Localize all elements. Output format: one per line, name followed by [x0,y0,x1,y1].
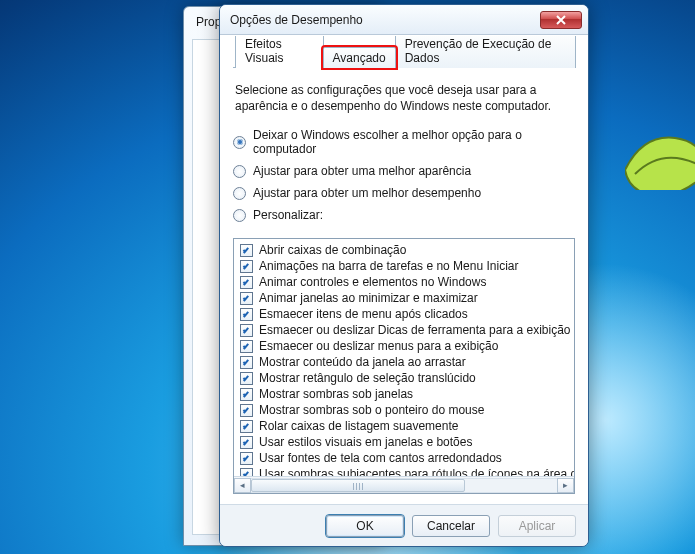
radio-icon [233,187,246,200]
checkbox-icon[interactable] [240,452,253,465]
list-item-label: Esmaecer itens de menu após clicados [259,307,468,321]
scroll-thumb[interactable] [251,479,465,492]
scroll-track[interactable] [251,478,557,493]
radio-icon [233,136,246,149]
tab-strip: Efeitos Visuais Avançado Prevenção de Ex… [233,45,575,68]
checkbox-icon[interactable] [240,372,253,385]
list-item-label: Mostrar conteúdo da janela ao arrastar [259,355,466,369]
button-label: OK [356,519,373,533]
tab-dep[interactable]: Prevenção de Execução de Dados [395,35,576,68]
button-label: Cancelar [427,519,475,533]
radio-label: Ajustar para obter um melhor desempenho [253,186,481,200]
tab-label: Avançado [333,51,386,65]
list-item-label: Animar controles e elementos no Windows [259,275,486,289]
list-item[interactable]: Esmaecer ou deslizar Dicas de ferramenta… [238,322,574,338]
effects-list-container: Abrir caixas de combinaçãoAnimações na b… [233,238,575,494]
list-item[interactable]: Mostrar sombras sob o ponteiro do mouse [238,402,574,418]
close-button[interactable] [540,11,582,29]
list-item[interactable]: Animar controles e elementos no Windows [238,274,574,290]
list-item-label: Mostrar retângulo de seleção translúcido [259,371,476,385]
list-item[interactable]: Usar sombras subjacentes para rótulos de… [238,466,574,476]
list-item-label: Rolar caixas de listagem suavemente [259,419,458,433]
list-item[interactable]: Animar janelas ao minimizar e maximizar [238,290,574,306]
description-text: Selecione as configurações que você dese… [235,82,573,114]
ok-button[interactable]: OK [326,515,404,537]
tab-advanced[interactable]: Avançado [323,47,396,68]
checkbox-icon[interactable] [240,468,253,476]
radio-best-performance[interactable]: Ajustar para obter um melhor desempenho [233,186,575,200]
apply-button: Aplicar [498,515,576,537]
checkbox-icon[interactable] [240,436,253,449]
list-item-label: Animações na barra de tarefas e no Menu … [259,259,518,273]
list-item-label: Esmaecer ou deslizar menus para a exibiç… [259,339,498,353]
list-item[interactable]: Usar fontes de tela com cantos arredonda… [238,450,574,466]
list-item[interactable]: Rolar caixas de listagem suavemente [238,418,574,434]
list-item[interactable]: Animações na barra de tarefas e no Menu … [238,258,574,274]
checkbox-icon[interactable] [240,340,253,353]
radio-label: Ajustar para obter uma melhor aparência [253,164,471,178]
close-icon [556,15,566,25]
radio-custom[interactable]: Personalizar: [233,208,575,222]
dialog-title: Opções de Desempenho [230,13,540,27]
list-item[interactable]: Abrir caixas de combinação [238,242,574,258]
list-item-label: Animar janelas ao minimizar e maximizar [259,291,478,305]
checkbox-icon[interactable] [240,292,253,305]
effects-list[interactable]: Abrir caixas de combinaçãoAnimações na b… [234,239,574,476]
checkbox-icon[interactable] [240,244,253,257]
radio-icon [233,209,246,222]
list-item-label: Usar sombras subjacentes para rótulos de… [259,467,574,476]
list-item-label: Esmaecer ou deslizar Dicas de ferramenta… [259,323,570,337]
radio-icon [233,165,246,178]
radio-group: Deixar o Windows escolher a melhor opção… [233,124,575,230]
checkbox-icon[interactable] [240,356,253,369]
list-item-label: Abrir caixas de combinação [259,243,406,257]
checkbox-icon[interactable] [240,324,253,337]
scroll-left-button[interactable]: ◂ [234,478,251,493]
cancel-button[interactable]: Cancelar [412,515,490,537]
tab-label: Efeitos Visuais [245,37,283,65]
scroll-right-button[interactable]: ▸ [557,478,574,493]
performance-options-dialog: Opções de Desempenho Efeitos Visuais Ava… [219,4,589,547]
dialog-content: Efeitos Visuais Avançado Prevenção de Ex… [220,35,588,504]
list-item[interactable]: Mostrar sombras sob janelas [238,386,574,402]
checkbox-icon[interactable] [240,276,253,289]
windows-logo-leaf [625,130,695,190]
tab-label: Prevenção de Execução de Dados [405,37,552,65]
radio-best-appearance[interactable]: Ajustar para obter uma melhor aparência [233,164,575,178]
checkbox-icon[interactable] [240,260,253,273]
button-label: Aplicar [519,519,556,533]
list-item-label: Usar fontes de tela com cantos arredonda… [259,451,502,465]
horizontal-scrollbar[interactable]: ◂ ▸ [234,476,574,493]
tab-visual-effects[interactable]: Efeitos Visuais [235,35,324,68]
list-item-label: Mostrar sombras sob janelas [259,387,413,401]
checkbox-icon[interactable] [240,388,253,401]
list-item[interactable]: Esmaecer ou deslizar menus para a exibiç… [238,338,574,354]
list-item[interactable]: Mostrar conteúdo da janela ao arrastar [238,354,574,370]
checkbox-icon[interactable] [240,404,253,417]
radio-let-windows-choose[interactable]: Deixar o Windows escolher a melhor opção… [233,128,575,156]
list-item-label: Mostrar sombras sob o ponteiro do mouse [259,403,484,417]
list-item-label: Usar estilos visuais em janelas e botões [259,435,472,449]
checkbox-icon[interactable] [240,308,253,321]
list-item[interactable]: Usar estilos visuais em janelas e botões [238,434,574,450]
radio-label: Deixar o Windows escolher a melhor opção… [253,128,575,156]
list-item[interactable]: Esmaecer itens de menu após clicados [238,306,574,322]
radio-label: Personalizar: [253,208,323,222]
list-item[interactable]: Mostrar retângulo de seleção translúcido [238,370,574,386]
checkbox-icon[interactable] [240,420,253,433]
titlebar[interactable]: Opções de Desempenho [220,5,588,35]
dialog-footer: OK Cancelar Aplicar [220,504,588,546]
